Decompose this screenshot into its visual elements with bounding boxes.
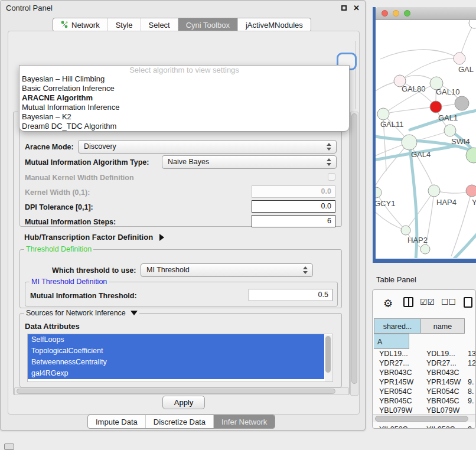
table-cell: YBR045C <box>374 396 421 406</box>
table-cell: YDL19... <box>421 349 465 358</box>
minimize-traffic-light[interactable] <box>393 10 399 17</box>
mi-type-combo[interactable]: Naive Bayes <box>162 155 337 169</box>
mi-steps-label: Mutual Information Steps: <box>25 218 116 226</box>
network-node[interactable] <box>420 244 430 254</box>
tab-select[interactable]: Select <box>141 18 178 31</box>
network-edge-highlighted[interactable] <box>430 230 476 258</box>
zoom-traffic-light[interactable] <box>404 10 410 17</box>
network-node[interactable] <box>469 20 476 28</box>
network-node[interactable] <box>401 226 410 235</box>
network-node[interactable] <box>466 185 476 197</box>
close-traffic-light[interactable] <box>382 10 388 17</box>
close-panel-icon[interactable]: ✕ <box>353 4 360 12</box>
tab-cyni-toolbox[interactable]: Cyni Toolbox <box>178 18 237 31</box>
attribute-betweennesscentrality[interactable]: BetweennessCentrality <box>28 357 324 368</box>
network-node[interactable] <box>402 135 417 150</box>
algorithm-option-mutual-information[interactable]: Mutual Information Inference <box>19 103 349 112</box>
network-edge[interactable] <box>380 50 459 59</box>
algorithm-option-basic-correlation[interactable]: Basic Correlation Inference <box>19 84 349 93</box>
table-row[interactable]: YER054CYER054C8. <box>374 387 475 396</box>
column-header-shared[interactable]: shared... <box>374 318 421 334</box>
table-horizontal-scrollbar[interactable] <box>373 414 475 422</box>
minimized-panel-icon[interactable] <box>4 444 14 450</box>
attributes-scrollbar-thumb[interactable] <box>325 336 331 373</box>
column-header-name[interactable]: name <box>421 318 465 334</box>
attributes-scrollbar[interactable] <box>325 335 332 381</box>
attribute-gal4rgexp[interactable]: gal4RGexp <box>28 368 324 379</box>
settings-vertical-scrollbar[interactable] <box>350 112 358 396</box>
table-horizontal-thumb[interactable] <box>375 416 468 422</box>
network-node[interactable] <box>376 187 382 198</box>
dpi-tolerance-label: DPI Tolerance [0,1]: <box>25 203 93 211</box>
network-edge[interactable] <box>376 209 406 230</box>
apply-button[interactable]: Apply <box>162 396 205 409</box>
table-cell: 8. <box>465 387 476 396</box>
network-edge[interactable] <box>376 142 409 190</box>
aracne-mode-label: Aracne Mode: <box>25 143 74 151</box>
attribute-topologicalcoefficient[interactable]: TopologicalCoefficient <box>28 345 324 357</box>
mi-threshold-label: Mutual Information Threshold: <box>30 292 137 300</box>
table-cell: YPR145W <box>421 377 465 387</box>
table-cell: YPR145W <box>374 377 421 387</box>
tab-network[interactable]: Network <box>53 18 107 31</box>
network-node[interactable] <box>444 125 456 136</box>
tab-infer-network[interactable]: Infer Network <box>213 415 275 428</box>
sources-title[interactable]: Sources for Network Inference <box>24 309 139 317</box>
tab-jactivemnodules[interactable]: jActiveMNodules <box>237 18 311 31</box>
mi-steps-input[interactable]: 6 <box>252 215 335 227</box>
table-cell: YDR27... <box>374 358 421 368</box>
network-edge[interactable] <box>400 58 459 81</box>
algorithm-option-dream8[interactable]: Dream8 DC_TDC Algorithm <box>19 122 349 131</box>
network-node[interactable] <box>430 101 442 113</box>
attribute-selfloops[interactable]: SelfLoops <box>28 334 324 345</box>
tab-style[interactable]: Style <box>107 18 141 31</box>
threshold-definition-group: Threshold Definition Which threshold to … <box>19 249 342 308</box>
algorithm-option-bayesian-k2[interactable]: Bayesian – K2 <box>19 112 349 122</box>
deselect-all-checkboxes-icon[interactable]: ☐☐ <box>441 297 456 306</box>
network-edge[interactable] <box>383 107 436 114</box>
document-icon[interactable] <box>464 297 472 308</box>
network-node[interactable] <box>454 53 465 64</box>
network-node-label: Y <box>472 198 476 207</box>
aracne-mode-combo[interactable]: Discovery <box>78 140 337 154</box>
settings-horizontal-thumb[interactable] <box>17 389 335 394</box>
table-cell: YIL052C <box>374 425 421 429</box>
manual-kernel-checkbox[interactable] <box>328 173 335 181</box>
float-panel-icon[interactable] <box>341 5 347 11</box>
algorithm-option-bayesian-hill-climbing[interactable]: Bayesian – Hill Climbing <box>19 74 349 84</box>
tab-discretize-data[interactable]: Discretize Data <box>145 415 213 428</box>
expanded-arrow-icon <box>131 311 138 315</box>
network-node[interactable] <box>455 96 469 110</box>
network-node[interactable] <box>377 108 389 120</box>
table-panel: ⚙ ☑☑ ☐☐ shared...nameA YDL19...YDL19...1… <box>372 289 476 429</box>
network-canvas[interactable]: GALGAL80GAL10GAL1GAL11SWI4GAL4GCY1HAP4YH… <box>376 20 476 258</box>
hub-definition-toggle[interactable]: Hub/Transcription Factor Definition <box>24 233 164 242</box>
table-row[interactable]: YIL052CYIL052C9 <box>374 425 475 429</box>
mi-threshold-input[interactable]: 0.5 <box>249 289 332 301</box>
network-node[interactable] <box>428 185 440 197</box>
table-row[interactable]: YDR27...YDR27...12 <box>374 358 475 368</box>
table-cell: YBR043C <box>421 368 465 377</box>
kernel-width-label: Kernel Width (0,1): <box>25 188 90 197</box>
network-view-window: GALGAL80GAL10GAL1GAL11SWI4GAL4GCY1HAP4YH… <box>373 7 476 263</box>
which-threshold-combo[interactable]: MI Threshold <box>141 263 313 277</box>
split-columns-icon[interactable] <box>403 297 413 307</box>
table-row[interactable]: YBR043CYBR043C <box>374 368 475 377</box>
table-cell: YDR27... <box>421 358 465 368</box>
settings-vertical-thumb[interactable] <box>351 113 357 384</box>
select-all-checkboxes-icon[interactable]: ☑☑ <box>420 297 435 306</box>
table-row[interactable]: YBR045CYBR045C9. <box>374 396 475 406</box>
kernel-width-input[interactable]: 0.0 <box>252 185 335 198</box>
settings-horizontal-scrollbar[interactable] <box>14 387 349 395</box>
threshold-definition-title: Threshold Definition <box>24 245 93 253</box>
dpi-tolerance-input[interactable]: 0.0 <box>252 200 335 213</box>
algorithm-option-aracne[interactable]: ARACNE Algorithm <box>19 93 349 103</box>
network-window-titlebar[interactable] <box>376 7 476 20</box>
gear-icon[interactable]: ⚙ <box>383 297 393 310</box>
table-row[interactable]: YPR145WYPR145W9. <box>374 377 475 387</box>
column-header-third[interactable]: A <box>374 334 409 349</box>
hub-definition-label: Hub/Transcription Factor Definition <box>24 233 153 242</box>
tab-impute-data[interactable]: Impute Data <box>88 415 145 428</box>
table-row[interactable]: YDL19...YDL19...13 <box>374 349 475 358</box>
network-edge[interactable] <box>376 193 406 230</box>
